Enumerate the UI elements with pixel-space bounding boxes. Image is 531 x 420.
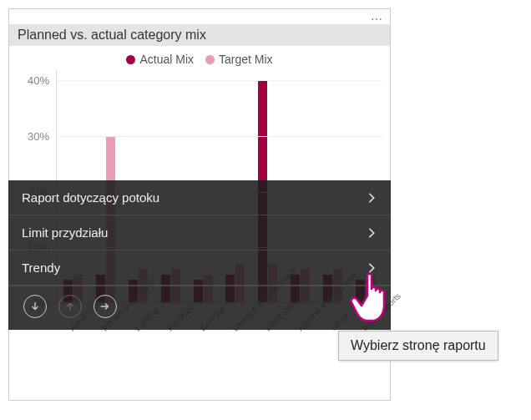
menu-item-trendy[interactable]: Trendy: [8, 250, 391, 286]
legend-item-actual: Actual Mix: [126, 53, 194, 66]
download-button[interactable]: [23, 295, 47, 318]
tile-title: Planned vs. actual category mix: [9, 24, 390, 46]
more-options-icon[interactable]: ⋯: [371, 13, 383, 24]
tooltip: Wybierz stronę raportu: [338, 331, 498, 361]
chevron-right-icon: [366, 192, 377, 204]
legend-label-target: Target Mix: [219, 53, 273, 66]
menu-item-label: Limit przydziału: [22, 225, 108, 240]
chevron-right-icon: [366, 227, 377, 239]
menu-item-label: Raport dotyczący potoku: [22, 190, 159, 205]
chart-legend: Actual Mix Target Mix: [9, 46, 390, 69]
page-selector-menu: Raport dotyczący potoku Limit przydziału…: [8, 180, 391, 330]
menu-item-label: Trendy: [22, 261, 60, 275]
swatch-target-icon: [205, 55, 215, 64]
swatch-actual-icon: [126, 55, 135, 64]
legend-label-actual: Actual Mix: [139, 53, 194, 66]
legend-item-target: Target Mix: [205, 53, 273, 66]
y-tick-label: 30%: [28, 130, 49, 143]
upload-button: [58, 295, 82, 318]
y-tick-label: 40%: [28, 74, 49, 87]
next-button[interactable]: [94, 295, 117, 318]
menu-item-potok[interactable]: Raport dotyczący potoku: [8, 180, 391, 215]
chevron-right-icon: [366, 262, 377, 274]
gridline: [57, 136, 382, 137]
tile-header: ⋯: [9, 9, 390, 24]
gridline: [57, 80, 382, 81]
menu-item-limit[interactable]: Limit przydziału: [8, 215, 391, 250]
icon-tray: [8, 286, 391, 330]
